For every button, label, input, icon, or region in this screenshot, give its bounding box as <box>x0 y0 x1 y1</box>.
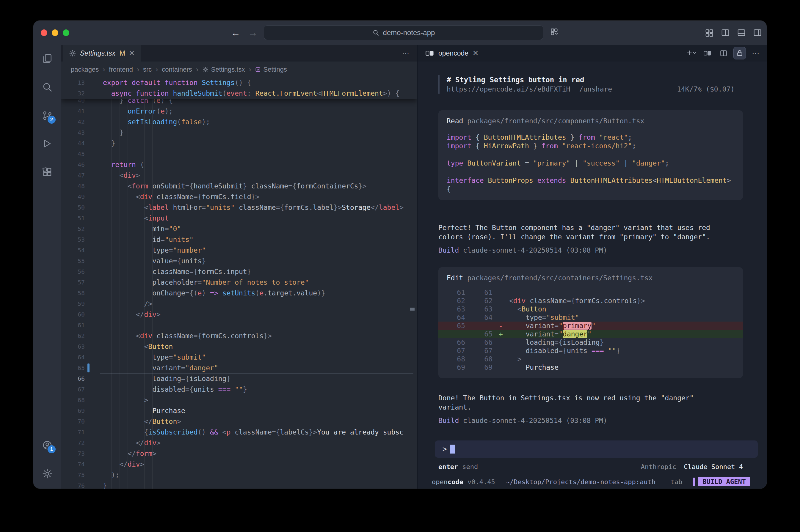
line-number[interactable]: 56 <box>61 266 85 277</box>
line-number[interactable]: 69 <box>61 405 85 416</box>
code-line[interactable]: 68 > <box>61 395 417 405</box>
breadcrumb-file[interactable]: Settings.tsx <box>202 66 245 73</box>
line-number[interactable]: 13 <box>61 77 85 88</box>
source-control-icon[interactable]: 2 <box>40 109 54 122</box>
panel-more-actions-icon[interactable]: ⋯ <box>749 47 762 59</box>
line-number[interactable]: 72 <box>61 437 85 448</box>
line-number[interactable]: 66 <box>61 373 85 384</box>
editor-more-actions-icon[interactable]: ⋯ <box>402 45 417 61</box>
code-line[interactable]: 60 </div> <box>61 309 417 320</box>
line-number[interactable]: 42 <box>61 116 85 127</box>
code-line[interactable]: 41 onError(e); <box>61 106 417 116</box>
customize-layout-icon[interactable] <box>704 28 714 37</box>
code-line[interactable]: 57 placeholder="Number of notes to store… <box>61 277 417 288</box>
run-debug-icon[interactable] <box>40 137 54 150</box>
breadcrumb-frontend[interactable]: frontend <box>109 66 133 73</box>
line-number[interactable]: 41 <box>61 106 85 116</box>
line-number[interactable]: 76 <box>61 480 85 489</box>
extensions-icon[interactable] <box>40 165 54 179</box>
code-line[interactable]: 45 <box>61 149 417 159</box>
code-line[interactable]: 63 <Button <box>61 341 417 352</box>
code-line[interactable]: 56 className={formCs.input} <box>61 266 417 277</box>
opencode-profile-icon[interactable] <box>701 47 714 59</box>
code-line[interactable]: 67 disabled={units === ""} <box>61 384 417 395</box>
line-number[interactable]: 54 <box>61 245 85 255</box>
line-number[interactable]: 55 <box>61 255 85 266</box>
code-line[interactable]: 74 </div> <box>61 459 417 470</box>
breadcrumb-containers[interactable]: containers <box>162 66 192 73</box>
model-selector[interactable]: Anthropic Claude Sonnet 4 <box>641 463 743 471</box>
new-terminal-icon[interactable] <box>685 47 698 59</box>
line-number[interactable]: 65 <box>61 363 85 373</box>
line-number[interactable]: 74 <box>61 459 85 470</box>
split-editor-icon[interactable] <box>720 28 730 37</box>
minimize-window-button[interactable] <box>52 30 58 36</box>
tab-settings-tsx[interactable]: Settings.tsx M ✕ <box>63 45 141 61</box>
share-url[interactable]: https://opencode.ai/s/eBdFXTiH <box>447 85 570 94</box>
prompt-input[interactable]: > <box>435 440 758 458</box>
line-number[interactable]: 70 <box>61 416 85 427</box>
code-line[interactable]: 64 type="submit" <box>61 352 417 363</box>
line-number[interactable]: 50 <box>61 202 85 213</box>
code-line[interactable]: 71 {isSubscribed() && <p className={labe… <box>61 427 417 437</box>
code-line[interactable]: 42 setIsLoading(false); <box>61 116 417 127</box>
line-number[interactable]: 61 <box>61 320 85 330</box>
back-button[interactable]: ← <box>231 20 240 45</box>
line-number[interactable]: 51 <box>61 213 85 224</box>
breadcrumb-src[interactable]: src <box>143 66 152 73</box>
code-line[interactable]: 44 } <box>61 138 417 149</box>
code-line[interactable]: 72 </div> <box>61 437 417 448</box>
line-number[interactable]: 52 <box>61 224 85 234</box>
code-line[interactable]: 65 variant="danger" <box>61 363 417 373</box>
code-line[interactable]: 49 <div className={formCs.field}> <box>61 191 417 202</box>
breadcrumb-symbol[interactable]: Settings <box>255 66 287 73</box>
command-center-search[interactable]: demo-notes-app <box>264 25 543 40</box>
line-number[interactable]: 48 <box>61 181 85 191</box>
sticky-line[interactable]: 32 async function handleSubmit(event: Re… <box>61 88 417 99</box>
line-number[interactable]: 62 <box>61 330 85 341</box>
line-number[interactable]: 71 <box>61 427 85 437</box>
line-number[interactable]: 64 <box>61 352 85 363</box>
lock-icon[interactable] <box>733 47 746 59</box>
settings-gear-icon[interactable] <box>40 467 54 480</box>
line-number[interactable]: 49 <box>61 191 85 202</box>
code-line[interactable]: 53 id="units" <box>61 234 417 245</box>
line-number[interactable]: 68 <box>61 395 85 405</box>
code-line[interactable]: 66 loading={isLoading} <box>61 373 417 384</box>
code-line[interactable]: 75 ); <box>61 470 417 480</box>
line-number[interactable]: 57 <box>61 277 85 288</box>
code-line[interactable]: 58 onChange={(e) => setUnits(e.target.va… <box>61 288 417 298</box>
line-number[interactable]: 58 <box>61 288 85 298</box>
tab-opencode[interactable]: opencode ✕ <box>422 49 482 57</box>
explorer-icon[interactable] <box>40 52 54 65</box>
zoom-window-button[interactable] <box>63 30 69 36</box>
toggle-panel-icon[interactable] <box>736 28 746 37</box>
line-number[interactable]: 32 <box>61 88 85 99</box>
close-tab-icon[interactable]: ✕ <box>129 49 135 57</box>
line-number[interactable]: 53 <box>61 234 85 245</box>
line-number[interactable]: 73 <box>61 448 85 459</box>
line-number[interactable]: 67 <box>61 384 85 395</box>
code-line[interactable]: 46 return ( <box>61 159 417 170</box>
toggle-secondary-sidebar-ic[interactable] <box>752 28 763 37</box>
line-number[interactable]: 46 <box>61 159 85 170</box>
code-line[interactable]: 61 <box>61 320 417 330</box>
code-line[interactable]: 70 </Button> <box>61 416 417 427</box>
code-line[interactable]: 54 type="number" <box>61 245 417 255</box>
sticky-line[interactable]: 13export default function Settings() { <box>61 77 417 88</box>
line-number[interactable]: 60 <box>61 309 85 320</box>
code-line[interactable]: 62 <div className={formCs.controls}> <box>61 330 417 341</box>
code-line[interactable]: 48 <form onSubmit={handleSubmit} classNa… <box>61 181 417 191</box>
code-line[interactable]: 59 /> <box>61 298 417 309</box>
line-number[interactable]: 47 <box>61 170 85 181</box>
code-line[interactable]: 50 <label htmlFor="units" className={for… <box>61 202 417 213</box>
search-sidebar-icon[interactable] <box>40 80 54 94</box>
code-line[interactable]: 76} <box>61 480 417 489</box>
line-number[interactable]: 75 <box>61 470 85 480</box>
line-number[interactable]: 45 <box>61 149 85 159</box>
forward-button[interactable]: → <box>248 20 258 45</box>
code-line[interactable]: 73 </form> <box>61 448 417 459</box>
code-line[interactable]: 55 value={units} <box>61 255 417 266</box>
unshare-link[interactable]: /unshare <box>579 85 612 94</box>
close-panel-icon[interactable]: ✕ <box>472 49 479 57</box>
